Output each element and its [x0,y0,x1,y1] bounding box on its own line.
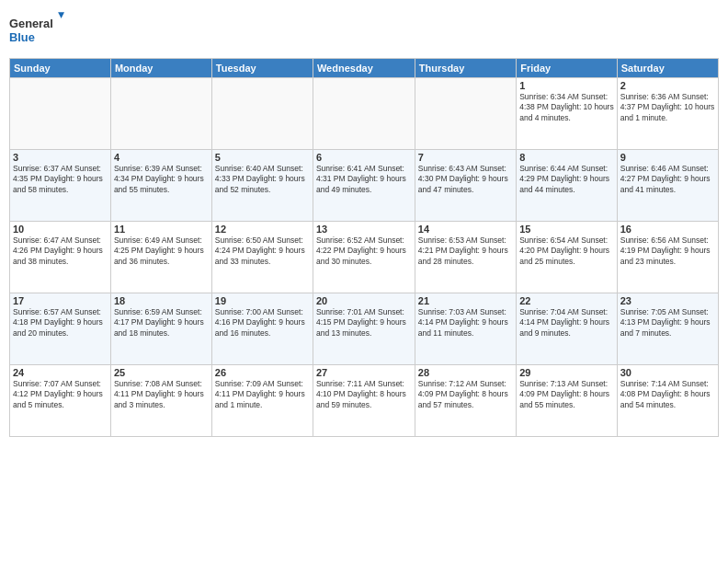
calendar-cell: 19Sunrise: 7:00 AM Sunset: 4:16 PM Dayli… [211,293,313,365]
calendar-cell: 15Sunrise: 6:54 AM Sunset: 4:20 PM Dayli… [517,222,618,293]
day-info: Sunrise: 6:41 AM Sunset: 4:31 PM Dayligh… [316,164,412,195]
day-info: Sunrise: 6:37 AM Sunset: 4:35 PM Dayligh… [13,164,108,195]
calendar-cell [211,78,313,150]
calendar-cell: 17Sunrise: 6:57 AM Sunset: 4:18 PM Dayli… [10,293,111,365]
calendar-cell: 24Sunrise: 7:07 AM Sunset: 4:12 PM Dayli… [10,365,111,437]
day-info: Sunrise: 6:49 AM Sunset: 4:25 PM Dayligh… [114,236,209,267]
day-number: 26 [215,367,310,378]
logo: General Blue [9,9,64,51]
calendar-cell: 26Sunrise: 7:09 AM Sunset: 4:11 PM Dayli… [211,365,313,437]
calendar-cell: 25Sunrise: 7:08 AM Sunset: 4:11 PM Dayli… [110,365,211,437]
day-info: Sunrise: 7:12 AM Sunset: 4:09 PM Dayligh… [418,379,513,410]
calendar-cell: 23Sunrise: 7:05 AM Sunset: 4:13 PM Dayli… [617,293,718,365]
calendar-cell [313,78,415,150]
day-info: Sunrise: 6:59 AM Sunset: 4:17 PM Dayligh… [114,307,209,339]
day-number: 2 [620,80,715,91]
day-info: Sunrise: 7:01 AM Sunset: 4:15 PM Dayligh… [316,307,412,339]
calendar-cell: 18Sunrise: 6:59 AM Sunset: 4:17 PM Dayli… [110,293,211,365]
day-number: 24 [13,367,108,378]
calendar-week-row: 17Sunrise: 6:57 AM Sunset: 4:18 PM Dayli… [10,293,719,365]
day-info: Sunrise: 7:07 AM Sunset: 4:12 PM Dayligh… [13,379,108,410]
weekday-header-thursday: Thursday [415,59,516,78]
svg-marker-2 [58,12,64,18]
calendar-cell: 20Sunrise: 7:01 AM Sunset: 4:15 PM Dayli… [313,293,415,365]
weekday-header-monday: Monday [110,59,211,78]
calendar-table: SundayMondayTuesdayWednesdayThursdayFrid… [9,58,719,437]
day-info: Sunrise: 6:57 AM Sunset: 4:18 PM Dayligh… [13,307,108,339]
day-number: 3 [13,152,108,163]
day-info: Sunrise: 7:03 AM Sunset: 4:14 PM Dayligh… [418,307,513,339]
calendar-cell: 3Sunrise: 6:37 AM Sunset: 4:35 PM Daylig… [10,150,111,222]
day-info: Sunrise: 6:34 AM Sunset: 4:38 PM Dayligh… [519,92,614,123]
day-number: 8 [519,152,614,163]
calendar-cell: 16Sunrise: 6:56 AM Sunset: 4:19 PM Dayli… [617,222,718,293]
calendar-cell: 11Sunrise: 6:49 AM Sunset: 4:25 PM Dayli… [110,222,211,293]
calendar-cell: 14Sunrise: 6:53 AM Sunset: 4:21 PM Dayli… [415,222,516,293]
calendar-cell: 5Sunrise: 6:40 AM Sunset: 4:33 PM Daylig… [211,150,313,222]
day-number: 7 [418,152,513,163]
day-number: 20 [316,295,412,306]
day-number: 14 [418,224,513,235]
main-container: General Blue SundayMondayTuesdayWednesda… [0,0,728,442]
day-info: Sunrise: 7:11 AM Sunset: 4:10 PM Dayligh… [316,379,412,410]
day-info: Sunrise: 6:47 AM Sunset: 4:26 PM Dayligh… [13,236,108,267]
day-info: Sunrise: 6:50 AM Sunset: 4:24 PM Dayligh… [215,236,310,267]
calendar-cell: 1Sunrise: 6:34 AM Sunset: 4:38 PM Daylig… [517,78,618,150]
day-number: 10 [13,224,108,235]
calendar-cell: 29Sunrise: 7:13 AM Sunset: 4:09 PM Dayli… [517,365,618,437]
day-info: Sunrise: 6:54 AM Sunset: 4:20 PM Dayligh… [519,236,614,267]
calendar-cell: 8Sunrise: 6:44 AM Sunset: 4:29 PM Daylig… [517,150,618,222]
calendar-cell: 30Sunrise: 7:14 AM Sunset: 4:08 PM Dayli… [617,365,718,437]
day-info: Sunrise: 6:56 AM Sunset: 4:19 PM Dayligh… [620,236,715,267]
logo-svg: General Blue [9,9,64,51]
weekday-header-sunday: Sunday [10,59,111,78]
day-number: 23 [620,295,715,306]
calendar-cell: 6Sunrise: 6:41 AM Sunset: 4:31 PM Daylig… [313,150,415,222]
weekday-header-saturday: Saturday [617,59,718,78]
calendar-week-row: 10Sunrise: 6:47 AM Sunset: 4:26 PM Dayli… [10,222,719,293]
day-number: 22 [519,295,614,306]
calendar-cell: 12Sunrise: 6:50 AM Sunset: 4:24 PM Dayli… [211,222,313,293]
calendar-cell [110,78,211,150]
calendar-cell: 21Sunrise: 7:03 AM Sunset: 4:14 PM Dayli… [415,293,516,365]
svg-text:Blue: Blue [9,30,35,44]
day-number: 25 [114,367,209,378]
day-number: 28 [418,367,513,378]
calendar-cell [10,78,111,150]
day-number: 15 [519,224,614,235]
day-number: 9 [620,152,715,163]
calendar-cell: 9Sunrise: 6:46 AM Sunset: 4:27 PM Daylig… [617,150,718,222]
day-info: Sunrise: 7:04 AM Sunset: 4:14 PM Dayligh… [519,307,614,339]
calendar-cell: 10Sunrise: 6:47 AM Sunset: 4:26 PM Dayli… [10,222,111,293]
day-info: Sunrise: 7:08 AM Sunset: 4:11 PM Dayligh… [114,379,209,410]
day-number: 12 [215,224,310,235]
day-number: 1 [519,80,614,91]
calendar-week-row: 3Sunrise: 6:37 AM Sunset: 4:35 PM Daylig… [10,150,719,222]
day-number: 18 [114,295,209,306]
calendar-cell [415,78,516,150]
day-number: 27 [316,367,412,378]
day-number: 11 [114,224,209,235]
calendar-cell: 28Sunrise: 7:12 AM Sunset: 4:09 PM Dayli… [415,365,516,437]
calendar-week-row: 1Sunrise: 6:34 AM Sunset: 4:38 PM Daylig… [10,78,719,150]
svg-text:General: General [9,17,53,30]
day-number: 17 [13,295,108,306]
header: General Blue [9,9,719,51]
calendar-cell: 2Sunrise: 6:36 AM Sunset: 4:37 PM Daylig… [617,78,718,150]
day-number: 21 [418,295,513,306]
calendar-header-row: SundayMondayTuesdayWednesdayThursdayFrid… [10,59,719,78]
day-info: Sunrise: 6:46 AM Sunset: 4:27 PM Dayligh… [620,164,715,195]
calendar-cell: 22Sunrise: 7:04 AM Sunset: 4:14 PM Dayli… [517,293,618,365]
day-info: Sunrise: 7:14 AM Sunset: 4:08 PM Dayligh… [620,379,715,410]
day-number: 4 [114,152,209,163]
calendar-week-row: 24Sunrise: 7:07 AM Sunset: 4:12 PM Dayli… [10,365,719,437]
day-number: 5 [215,152,310,163]
calendar-cell: 7Sunrise: 6:43 AM Sunset: 4:30 PM Daylig… [415,150,516,222]
day-number: 13 [316,224,412,235]
day-info: Sunrise: 6:52 AM Sunset: 4:22 PM Dayligh… [316,236,412,267]
weekday-header-friday: Friday [517,59,618,78]
calendar-cell: 13Sunrise: 6:52 AM Sunset: 4:22 PM Dayli… [313,222,415,293]
weekday-header-wednesday: Wednesday [313,59,415,78]
day-number: 30 [620,367,715,378]
calendar-cell: 4Sunrise: 6:39 AM Sunset: 4:34 PM Daylig… [110,150,211,222]
